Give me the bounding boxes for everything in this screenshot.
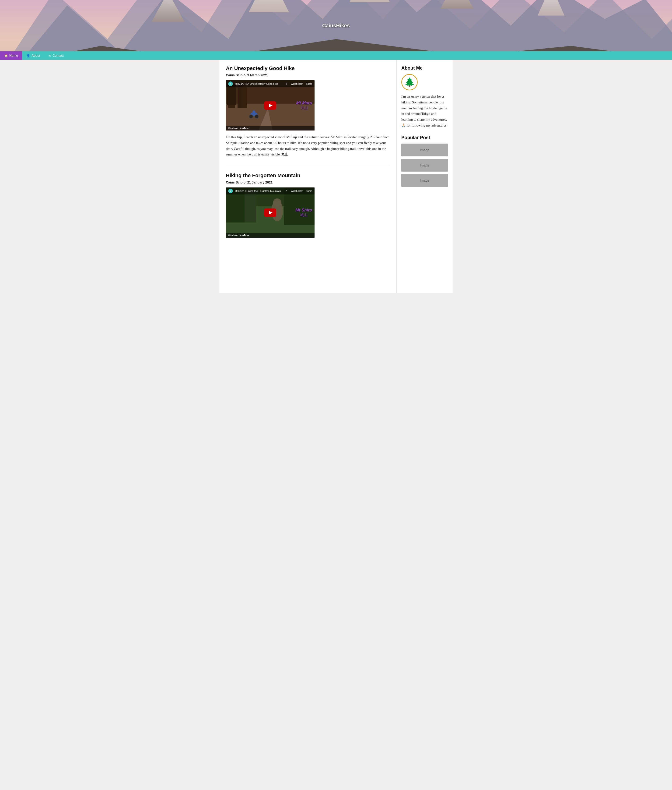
popular-post-heading: Popular Post [402, 135, 448, 140]
article-1-video[interactable]: ▶ Mt Maru | An Unexpectedly Good Hike ⏱ … [226, 80, 315, 130]
video-1-title-bar: ▶ Mt Maru | An Unexpectedly Good Hike ⏱ … [226, 80, 315, 87]
watch-on-label: Watch on YouTube [228, 127, 249, 130]
watch-later-icon: ⏱ [285, 83, 288, 85]
nav-contact[interactable]: ✉ Contact [44, 51, 68, 60]
article-2-video[interactable]: ▶ Mt Shiro | Hiking the Forgotten Mounta… [226, 187, 315, 238]
video-1-bottom-bar: Watch on YouTube [226, 126, 315, 130]
page-wrapper: An Unexpectedly Good Hike Caius Scipio, … [219, 60, 453, 293]
play-button-1[interactable] [264, 101, 276, 110]
popular-post-image-1[interactable]: Image [402, 144, 448, 156]
video-2-actions: ⏱ Watch later Share [285, 190, 312, 192]
article-2-byline: Caius Scipio, 21 January 2021 [226, 181, 390, 184]
article-2: Hiking the Forgotten Mountain Caius Scip… [226, 173, 390, 249]
home-icon: 🏠 [4, 54, 8, 58]
svg-marker-4 [350, 0, 390, 2]
video-2-title: Mt Shiro | Hiking the Forgotten Mountain [235, 189, 285, 192]
main-nav: 🏠 Home 👤 About ✉ Contact [0, 51, 672, 60]
video-2-title-bar: ▶ Mt Shiro | Hiking the Forgotten Mounta… [226, 187, 315, 194]
video-1-title: Mt Maru | An Unexpectedly Good Hike [235, 82, 285, 85]
article-1-title: An Unexpectedly Good Hike [226, 66, 390, 71]
channel-icon-2: ▶ [228, 189, 233, 193]
svg-marker-5 [440, 0, 474, 9]
watch-on-label-2: Watch on YouTube [228, 234, 249, 237]
svg-point-18 [253, 111, 255, 113]
watch-later-icon-2: ⏱ [285, 190, 288, 192]
about-icon: 🌲 [402, 74, 418, 90]
about-me-section: About Me 🌲 I'm an Army veteran that love… [402, 66, 448, 128]
nav-about[interactable]: 👤 About [22, 51, 44, 60]
video-1-actions: ⏱ Watch later Share [285, 83, 312, 85]
about-text: I'm an Army veteran that loves hiking. S… [402, 94, 448, 128]
popular-post-image-3[interactable]: Image [402, 174, 448, 187]
channel-icon: ▶ [228, 82, 233, 86]
user-icon: 👤 [26, 54, 30, 58]
popular-post-image-2[interactable]: Image [402, 159, 448, 171]
play-button-2[interactable] [264, 208, 276, 217]
article-1: An Unexpectedly Good Hike Caius Scipio, … [226, 66, 390, 165]
svg-marker-3 [249, 0, 289, 12]
nav-home[interactable]: 🏠 Home [0, 51, 22, 60]
svg-point-20 [255, 115, 259, 119]
site-title: CaiusHikes [322, 22, 350, 29]
site-header: CaiusHikes [0, 0, 672, 51]
article-1-byline: Caius Scipio, 9 March 2021 [226, 73, 390, 77]
svg-point-19 [249, 115, 253, 119]
main-content: An Unexpectedly Good Hike Caius Scipio, … [219, 60, 397, 293]
popular-post-section: Popular Post Image Image Image [402, 135, 448, 187]
mountain-label-1: Mt Maru 丸山 [296, 101, 312, 111]
article-2-title: Hiking the Forgotten Mountain [226, 173, 390, 179]
mail-icon: ✉ [48, 54, 51, 58]
article-1-body: On this trip, I catch an unexpected view… [226, 134, 390, 157]
video-2-bottom-bar: Watch on YouTube [226, 233, 315, 238]
mountain-label-2: Mt Shiro 城山 [295, 208, 312, 218]
about-me-heading: About Me [402, 66, 448, 71]
sidebar: About Me 🌲 I'm an Army veteran that love… [397, 60, 453, 293]
